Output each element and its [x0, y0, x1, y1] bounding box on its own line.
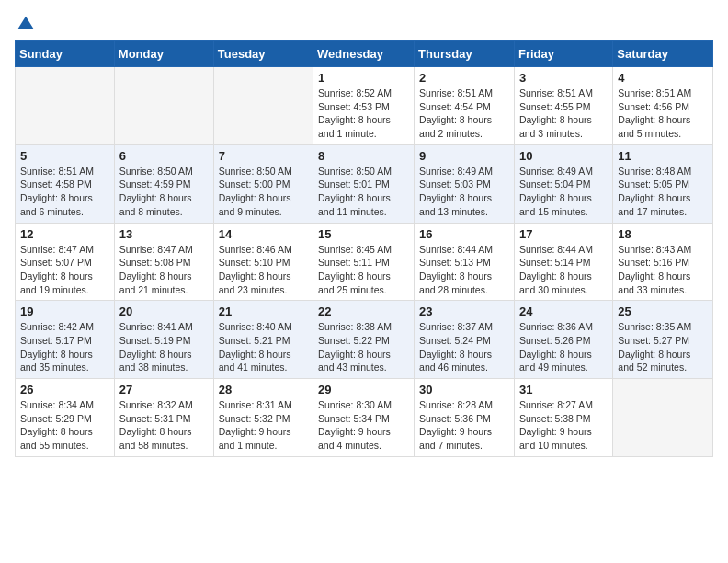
calendar-cell: 15Sunrise: 8:45 AM Sunset: 5:11 PM Dayli…: [313, 223, 415, 301]
day-content: Sunrise: 8:35 AM Sunset: 5:27 PM Dayligh…: [618, 320, 708, 374]
day-number: 8: [318, 149, 409, 163]
day-number: 4: [618, 71, 708, 85]
day-content: Sunrise: 8:32 AM Sunset: 5:31 PM Dayligh…: [119, 398, 209, 453]
day-content: Sunrise: 8:44 AM Sunset: 5:13 PM Dayligh…: [419, 243, 509, 297]
calendar-cell: 8Sunrise: 8:50 AM Sunset: 5:01 PM Daylig…: [313, 144, 415, 223]
day-content: Sunrise: 8:40 AM Sunset: 5:21 PM Dayligh…: [219, 320, 308, 374]
page-header: [15, 15, 713, 29]
week-row-3: 12Sunrise: 8:47 AM Sunset: 5:07 PM Dayli…: [16, 223, 713, 301]
week-row-1: 1Sunrise: 8:52 AM Sunset: 4:53 PM Daylig…: [16, 67, 713, 145]
day-content: Sunrise: 8:42 AM Sunset: 5:17 PM Dayligh…: [20, 320, 109, 374]
calendar-cell: 17Sunrise: 8:44 AM Sunset: 5:14 PM Dayli…: [514, 223, 612, 301]
day-number: 26: [20, 383, 109, 396]
day-content: Sunrise: 8:37 AM Sunset: 5:24 PM Dayligh…: [419, 320, 509, 374]
calendar-cell: 14Sunrise: 8:46 AM Sunset: 5:10 PM Dayli…: [213, 223, 313, 301]
day-number: 13: [119, 227, 209, 241]
calendar-cell: 27Sunrise: 8:32 AM Sunset: 5:31 PM Dayli…: [114, 379, 213, 457]
calendar-cell: 7Sunrise: 8:50 AM Sunset: 5:00 PM Daylig…: [213, 144, 313, 223]
day-content: Sunrise: 8:38 AM Sunset: 5:22 PM Dayligh…: [318, 320, 409, 374]
day-content: Sunrise: 8:47 AM Sunset: 5:07 PM Dayligh…: [20, 243, 109, 297]
calendar-cell: 21Sunrise: 8:40 AM Sunset: 5:21 PM Dayli…: [213, 301, 313, 379]
logo-icon: [17, 15, 35, 33]
week-row-2: 5Sunrise: 8:51 AM Sunset: 4:58 PM Daylig…: [16, 144, 713, 223]
calendar-cell: [16, 67, 115, 145]
day-content: Sunrise: 8:30 AM Sunset: 5:34 PM Dayligh…: [318, 398, 409, 453]
day-content: Sunrise: 8:51 AM Sunset: 4:55 PM Dayligh…: [519, 86, 608, 141]
weekday-header-friday: Friday: [514, 41, 612, 67]
day-content: Sunrise: 8:43 AM Sunset: 5:16 PM Dayligh…: [618, 243, 708, 297]
week-row-4: 19Sunrise: 8:42 AM Sunset: 5:17 PM Dayli…: [16, 301, 713, 379]
calendar-cell: 22Sunrise: 8:38 AM Sunset: 5:22 PM Dayli…: [313, 301, 415, 379]
day-number: 18: [618, 227, 708, 241]
calendar-cell: 31Sunrise: 8:27 AM Sunset: 5:38 PM Dayli…: [514, 379, 612, 457]
calendar-cell: 20Sunrise: 8:41 AM Sunset: 5:19 PM Dayli…: [114, 301, 213, 379]
day-content: Sunrise: 8:51 AM Sunset: 4:58 PM Dayligh…: [20, 165, 109, 219]
calendar-cell: [213, 67, 313, 145]
calendar-table: SundayMondayTuesdayWednesdayThursdayFrid…: [15, 40, 713, 457]
day-number: 30: [419, 383, 509, 396]
day-content: Sunrise: 8:47 AM Sunset: 5:08 PM Dayligh…: [119, 243, 209, 297]
weekday-header-row: SundayMondayTuesdayWednesdayThursdayFrid…: [16, 41, 713, 67]
day-number: 14: [219, 227, 308, 241]
calendar-cell: 3Sunrise: 8:51 AM Sunset: 4:55 PM Daylig…: [514, 67, 612, 145]
calendar-cell: 1Sunrise: 8:52 AM Sunset: 4:53 PM Daylig…: [313, 67, 415, 145]
day-content: Sunrise: 8:44 AM Sunset: 5:14 PM Dayligh…: [519, 243, 608, 297]
logo: [15, 15, 35, 29]
day-content: Sunrise: 8:27 AM Sunset: 5:38 PM Dayligh…: [519, 398, 608, 453]
calendar-cell: 25Sunrise: 8:35 AM Sunset: 5:27 PM Dayli…: [613, 301, 713, 379]
day-content: Sunrise: 8:50 AM Sunset: 4:59 PM Dayligh…: [119, 165, 209, 219]
day-number: 29: [318, 383, 409, 396]
weekday-header-thursday: Thursday: [415, 41, 515, 67]
day-number: 15: [318, 227, 409, 241]
day-number: 12: [20, 227, 109, 241]
day-content: Sunrise: 8:51 AM Sunset: 4:56 PM Dayligh…: [618, 86, 708, 141]
calendar-cell: 5Sunrise: 8:51 AM Sunset: 4:58 PM Daylig…: [16, 144, 115, 223]
day-content: Sunrise: 8:36 AM Sunset: 5:26 PM Dayligh…: [519, 320, 608, 374]
weekday-header-sunday: Sunday: [16, 41, 115, 67]
calendar-cell: 18Sunrise: 8:43 AM Sunset: 5:16 PM Dayli…: [613, 223, 713, 301]
day-number: 2: [419, 71, 509, 85]
calendar-cell: 28Sunrise: 8:31 AM Sunset: 5:32 PM Dayli…: [213, 379, 313, 457]
day-number: 10: [519, 149, 608, 163]
day-content: Sunrise: 8:52 AM Sunset: 4:53 PM Dayligh…: [318, 86, 409, 141]
calendar-cell: 10Sunrise: 8:49 AM Sunset: 5:04 PM Dayli…: [514, 144, 612, 223]
day-number: 22: [318, 304, 409, 318]
calendar-cell: 9Sunrise: 8:49 AM Sunset: 5:03 PM Daylig…: [415, 144, 515, 223]
day-number: 6: [119, 149, 209, 163]
day-content: Sunrise: 8:34 AM Sunset: 5:29 PM Dayligh…: [20, 398, 109, 453]
day-number: 11: [618, 149, 708, 163]
day-number: 7: [219, 149, 308, 163]
day-number: 31: [519, 383, 608, 396]
calendar-cell: 24Sunrise: 8:36 AM Sunset: 5:26 PM Dayli…: [514, 301, 612, 379]
day-number: 19: [20, 304, 109, 318]
day-number: 9: [419, 149, 509, 163]
svg-marker-0: [18, 17, 34, 29]
calendar-cell: 6Sunrise: 8:50 AM Sunset: 4:59 PM Daylig…: [114, 144, 213, 223]
weekday-header-tuesday: Tuesday: [213, 41, 313, 67]
calendar-cell: 4Sunrise: 8:51 AM Sunset: 4:56 PM Daylig…: [613, 67, 713, 145]
day-number: 24: [519, 304, 608, 318]
calendar-cell: [114, 67, 213, 145]
day-content: Sunrise: 8:31 AM Sunset: 5:32 PM Dayligh…: [219, 398, 308, 453]
day-number: 20: [119, 304, 209, 318]
calendar-cell: 26Sunrise: 8:34 AM Sunset: 5:29 PM Dayli…: [16, 379, 115, 457]
day-number: 17: [519, 227, 608, 241]
calendar-cell: [613, 379, 713, 457]
weekday-header-saturday: Saturday: [613, 41, 713, 67]
day-content: Sunrise: 8:46 AM Sunset: 5:10 PM Dayligh…: [219, 243, 308, 297]
calendar-cell: 19Sunrise: 8:42 AM Sunset: 5:17 PM Dayli…: [16, 301, 115, 379]
day-content: Sunrise: 8:28 AM Sunset: 5:36 PM Dayligh…: [419, 398, 509, 453]
calendar-cell: 23Sunrise: 8:37 AM Sunset: 5:24 PM Dayli…: [415, 301, 515, 379]
day-number: 3: [519, 71, 608, 85]
day-number: 28: [219, 383, 308, 396]
day-content: Sunrise: 8:50 AM Sunset: 5:00 PM Dayligh…: [219, 165, 308, 219]
calendar-cell: 2Sunrise: 8:51 AM Sunset: 4:54 PM Daylig…: [415, 67, 515, 145]
calendar-cell: 11Sunrise: 8:48 AM Sunset: 5:05 PM Dayli…: [613, 144, 713, 223]
day-number: 23: [419, 304, 509, 318]
calendar-cell: 13Sunrise: 8:47 AM Sunset: 5:08 PM Dayli…: [114, 223, 213, 301]
calendar-cell: 16Sunrise: 8:44 AM Sunset: 5:13 PM Dayli…: [415, 223, 515, 301]
day-content: Sunrise: 8:51 AM Sunset: 4:54 PM Dayligh…: [419, 86, 509, 141]
calendar-cell: 12Sunrise: 8:47 AM Sunset: 5:07 PM Dayli…: [16, 223, 115, 301]
day-content: Sunrise: 8:48 AM Sunset: 5:05 PM Dayligh…: [618, 165, 708, 219]
day-content: Sunrise: 8:50 AM Sunset: 5:01 PM Dayligh…: [318, 165, 409, 219]
